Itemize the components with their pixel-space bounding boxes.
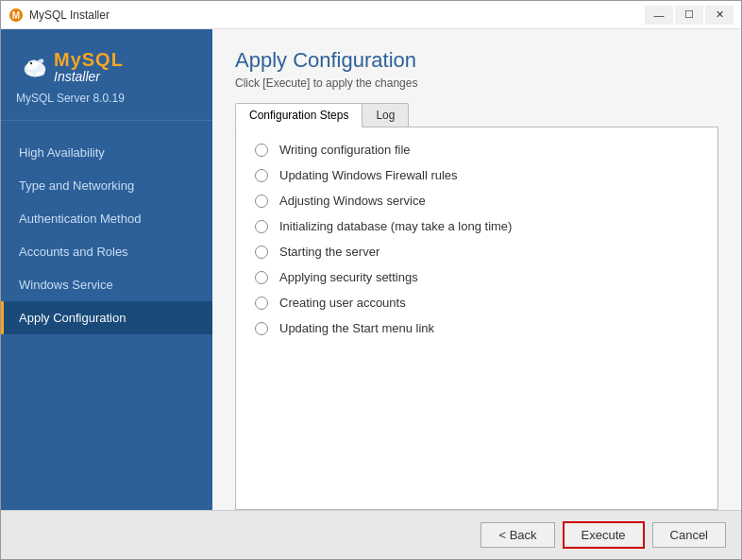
step-8-label: Updating the Start menu link	[279, 321, 434, 335]
step-3-label: Adjusting Windows service	[279, 194, 426, 208]
sidebar: MySQL Installer MySQL Server 8.0.19 High…	[1, 29, 212, 510]
step-1-label: Writing configuration file	[279, 143, 411, 157]
step-6-item: Applying security settings	[255, 270, 699, 284]
svg-text:M: M	[12, 10, 20, 21]
maximize-button[interactable]: ☐	[675, 6, 703, 25]
step-2-label: Updating Windows Firewall rules	[279, 168, 458, 182]
tab-log[interactable]: Log	[362, 103, 409, 127]
titlebar: M MySQL Installer — ☐ ✕	[1, 1, 741, 29]
step-5-item: Starting the server	[255, 245, 699, 259]
sidebar-item-authentication-method[interactable]: Authentication Method	[1, 202, 212, 235]
tabs-bar: Configuration Steps Log	[235, 103, 718, 127]
sidebar-item-high-availability[interactable]: High Availability	[1, 136, 212, 169]
step-5-radio	[255, 246, 268, 259]
window-controls: — ☐ ✕	[645, 6, 734, 25]
step-4-item: Initializing database (may take a long t…	[255, 219, 699, 233]
mysql-label: MySQL	[54, 50, 124, 69]
tab-configuration-steps[interactable]: Configuration Steps	[235, 103, 363, 127]
content-area: Apply Configuration Click [Execute] to a…	[212, 29, 741, 510]
app-icon: M	[8, 8, 24, 23]
window-title: MySQL Installer	[29, 8, 645, 22]
step-1-radio	[255, 144, 268, 157]
close-button[interactable]: ✕	[705, 6, 734, 25]
sidebar-item-apply-configuration[interactable]: Apply Configuration	[1, 301, 212, 334]
cancel-button[interactable]: Cancel	[652, 522, 726, 548]
sidebar-item-windows-service[interactable]: Windows Service	[1, 268, 212, 301]
step-7-item: Creating user accounts	[255, 296, 699, 310]
step-8-radio	[255, 322, 268, 335]
mysql-logo: MySQL Installer	[16, 48, 197, 86]
step-4-label: Initializing database (may take a long t…	[279, 219, 512, 233]
step-3-item: Adjusting Windows service	[255, 194, 699, 208]
sidebar-header: MySQL Installer MySQL Server 8.0.19	[1, 29, 212, 121]
minimize-button[interactable]: —	[645, 6, 673, 25]
main-content: MySQL Installer MySQL Server 8.0.19 High…	[1, 29, 741, 510]
execute-button[interactable]: Execute	[563, 521, 645, 549]
installer-label: Installer	[54, 69, 124, 85]
svg-point-7	[30, 62, 32, 64]
brand-text: MySQL Installer	[54, 50, 124, 85]
sidebar-item-accounts-roles[interactable]: Accounts and Roles	[1, 235, 212, 268]
step-2-radio	[255, 169, 268, 182]
step-3-radio	[255, 195, 268, 208]
config-panel: Writing configuration file Updating Wind…	[235, 127, 718, 510]
page-subtitle: Click [Execute] to apply the changes	[235, 76, 718, 90]
dolphin-icon	[16, 48, 54, 86]
sidebar-nav: High Availability Type and Networking Au…	[1, 121, 212, 349]
step-2-item: Updating Windows Firewall rules	[255, 168, 699, 182]
sidebar-item-type-networking[interactable]: Type and Networking	[1, 169, 212, 202]
step-4-radio	[255, 220, 268, 233]
footer: < Back Execute Cancel	[1, 510, 741, 559]
step-7-label: Creating user accounts	[279, 296, 406, 310]
step-5-label: Starting the server	[279, 245, 379, 259]
step-1-item: Writing configuration file	[255, 143, 699, 157]
step-6-radio	[255, 271, 268, 284]
step-8-item: Updating the Start menu link	[255, 321, 699, 335]
page-title: Apply Configuration	[235, 48, 718, 73]
back-button[interactable]: < Back	[481, 522, 554, 548]
main-window: M MySQL Installer — ☐ ✕	[0, 0, 742, 560]
step-7-radio	[255, 297, 268, 310]
step-6-label: Applying security settings	[279, 270, 418, 284]
mysql-version: MySQL Server 8.0.19	[16, 92, 197, 105]
